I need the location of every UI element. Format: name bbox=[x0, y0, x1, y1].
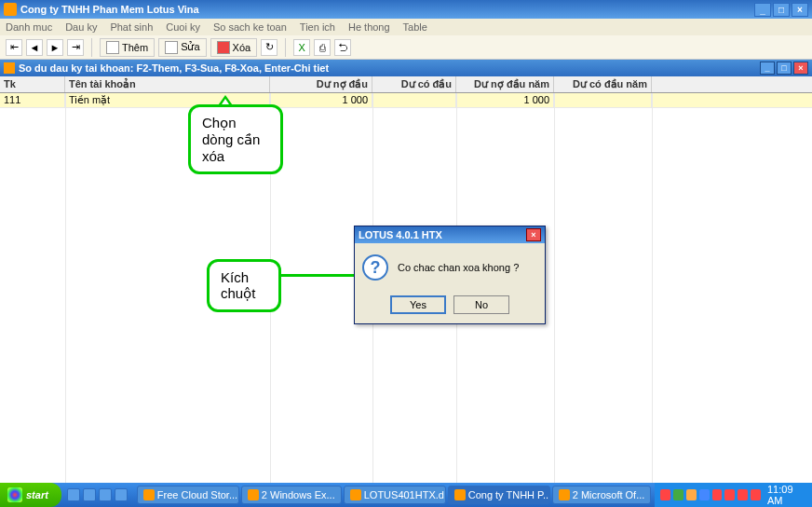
child-title: So du dau ky tai khoan: F2-Them, F3-Sua,… bbox=[19, 62, 329, 74]
tool-refresh-icon[interactable]: ↻ bbox=[261, 39, 277, 56]
menubar: Danh muc Dau ky Phat sinh Cuoi ky So sac… bbox=[0, 19, 812, 35]
col-ten[interactable]: Tên tài khoản bbox=[65, 76, 270, 92]
confirm-dialog: LOTUS 4.0.1 HTX × ? Co chac chan xoa kho… bbox=[354, 226, 546, 324]
col-dcd[interactable]: Dư có đầu bbox=[372, 76, 456, 92]
task-item[interactable]: Cong ty TNHH P... bbox=[448, 486, 550, 504]
close-button[interactable]: × bbox=[792, 3, 808, 17]
task-icon bbox=[454, 489, 466, 500]
cell-dnd: 1 000 bbox=[270, 93, 372, 107]
delete-icon bbox=[217, 41, 230, 54]
cell-dndn: 1 000 bbox=[456, 93, 554, 107]
child-titlebar: So du dau ky tai khoan: F2-Them, F3-Sua,… bbox=[0, 60, 812, 76]
app-icon bbox=[4, 3, 17, 16]
tool-print-icon[interactable]: ⎙ bbox=[314, 39, 331, 56]
app-title: Cong ty TNHH Phan Mem Lotus Vina bbox=[20, 4, 199, 15]
minimize-button[interactable]: _ bbox=[754, 3, 771, 17]
table-row[interactable]: 111 Tiền mặt 1 000 1 000 bbox=[0, 93, 812, 108]
main-titlebar: Cong ty TNHH Phan Mem Lotus Vina _ □ × bbox=[0, 0, 812, 19]
tool-exit-icon[interactable]: ⮌ bbox=[334, 39, 351, 56]
menu-tienich[interactable]: Tien ich bbox=[300, 21, 335, 33]
menu-danhmuc[interactable]: Danh muc bbox=[6, 21, 52, 33]
system-tray: 11:09 AM bbox=[655, 483, 812, 507]
sua-button[interactable]: Sửa bbox=[158, 38, 206, 57]
task-item[interactable]: 2 Microsoft Of... bbox=[552, 486, 652, 504]
task-icon bbox=[143, 489, 155, 500]
child-maximize-button[interactable]: □ bbox=[777, 62, 792, 75]
them-button[interactable]: Thêm bbox=[100, 38, 155, 57]
menu-phatsinh[interactable]: Phat sinh bbox=[110, 21, 153, 33]
menu-sosach[interactable]: So sach ke toan bbox=[213, 21, 287, 33]
tray-icon[interactable] bbox=[724, 489, 735, 500]
menu-dauky[interactable]: Dau ky bbox=[65, 21, 97, 33]
task-buttons: Free Cloud Stor... 2 Windows Ex... LOTUS… bbox=[133, 486, 656, 504]
xoa-button[interactable]: Xóa bbox=[210, 38, 258, 57]
yes-button[interactable]: Yes bbox=[390, 295, 446, 314]
col-dndn[interactable]: Dư nợ đầu năm bbox=[456, 76, 554, 92]
tray-icon[interactable] bbox=[660, 489, 670, 500]
question-icon: ? bbox=[362, 254, 388, 281]
ql-icon[interactable] bbox=[67, 488, 80, 501]
cell-dcdn bbox=[554, 93, 652, 107]
clock[interactable]: 11:09 AM bbox=[767, 484, 806, 506]
windows-logo-icon bbox=[7, 487, 22, 502]
tool-first-icon[interactable]: ⇤ bbox=[6, 39, 22, 56]
ql-icon[interactable] bbox=[115, 488, 128, 501]
menu-table[interactable]: Table bbox=[403, 21, 427, 33]
maximize-button[interactable]: □ bbox=[773, 3, 790, 17]
callout-select-row: Chọn dòng cần xóa bbox=[188, 104, 283, 174]
task-icon bbox=[559, 489, 570, 500]
quick-launch bbox=[61, 488, 133, 501]
task-icon bbox=[350, 489, 361, 500]
child-minimize-button[interactable]: _ bbox=[760, 62, 775, 75]
menu-cuoiky[interactable]: Cuoi ky bbox=[166, 21, 200, 33]
dialog-message: Co chac chan xoa khong ? bbox=[398, 262, 519, 273]
edit-icon bbox=[165, 41, 178, 54]
child-close-button[interactable]: × bbox=[793, 62, 808, 75]
tool-excel-icon[interactable]: X bbox=[293, 39, 310, 56]
tray-icon[interactable] bbox=[712, 489, 723, 500]
toolbar: ⇤ ◄ ► ⇥ Thêm Sửa Xóa ↻ X ⎙ ⮌ bbox=[0, 35, 812, 60]
tool-next-icon[interactable]: ► bbox=[47, 39, 63, 56]
dialog-title: LOTUS 4.0.1 HTX bbox=[359, 229, 442, 240]
grid-header: Tk Tên tài khoản Dư nợ đầu Dư có đầu Dư … bbox=[0, 76, 812, 93]
tool-prev-icon[interactable]: ◄ bbox=[26, 39, 43, 56]
add-icon bbox=[106, 41, 119, 54]
task-icon bbox=[248, 489, 259, 500]
task-item[interactable]: LOTUS401HTX.d... bbox=[344, 486, 446, 504]
cell-tk: 111 bbox=[0, 93, 65, 107]
task-item[interactable]: 2 Windows Ex... bbox=[241, 486, 342, 504]
tray-icon[interactable] bbox=[751, 489, 761, 500]
start-button[interactable]: start bbox=[0, 483, 61, 507]
task-item[interactable]: Free Cloud Stor... bbox=[137, 486, 239, 504]
taskbar: start Free Cloud Stor... 2 Windows Ex...… bbox=[0, 483, 812, 507]
col-dcdn[interactable]: Dư có đầu năm bbox=[554, 76, 652, 92]
tool-last-icon[interactable]: ⇥ bbox=[67, 39, 84, 56]
ql-icon[interactable] bbox=[83, 488, 96, 501]
tray-icon[interactable] bbox=[673, 489, 683, 500]
dialog-close-button[interactable]: × bbox=[526, 228, 541, 241]
no-button[interactable]: No bbox=[453, 295, 509, 314]
tray-icon[interactable] bbox=[686, 489, 697, 500]
cell-dcd bbox=[372, 93, 456, 107]
menu-hethong[interactable]: He thong bbox=[348, 21, 390, 33]
tray-icon[interactable] bbox=[699, 489, 710, 500]
dialog-titlebar: LOTUS 4.0.1 HTX × bbox=[355, 226, 545, 243]
col-dnd[interactable]: Dư nợ đầu bbox=[270, 76, 372, 92]
callout-click: Kích chuột bbox=[207, 259, 281, 312]
col-tk[interactable]: Tk bbox=[0, 76, 65, 92]
tray-icon[interactable] bbox=[738, 489, 748, 500]
child-icon bbox=[4, 62, 15, 74]
ql-icon[interactable] bbox=[99, 488, 112, 501]
